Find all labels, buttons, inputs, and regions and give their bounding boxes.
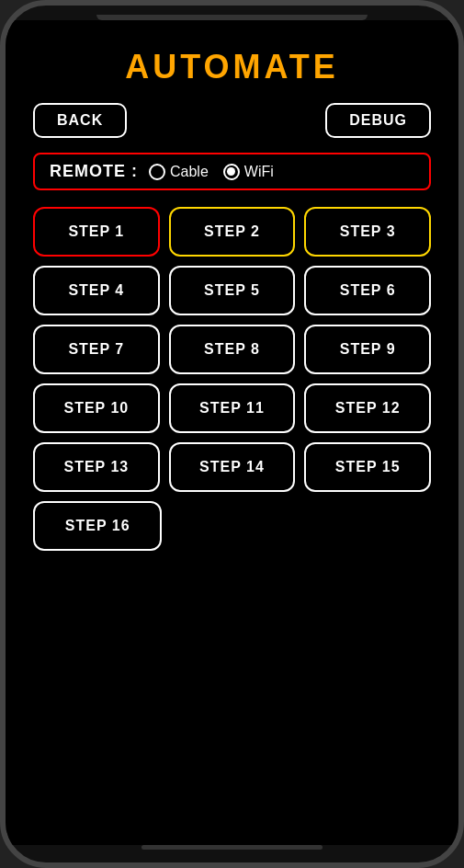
debug-button[interactable]: DEBUG xyxy=(325,103,431,138)
remote-label: REMOTE : xyxy=(50,162,138,181)
step-14-button[interactable]: STEP 14 xyxy=(169,442,296,492)
radio-cable[interactable]: Cable xyxy=(149,164,209,180)
step-6-button[interactable]: STEP 6 xyxy=(304,266,431,315)
step-9-button[interactable]: STEP 9 xyxy=(304,325,431,374)
step-3-button[interactable]: STEP 3 xyxy=(304,207,431,257)
back-button[interactable]: BACK xyxy=(33,103,127,138)
step-1-button[interactable]: STEP 1 xyxy=(33,207,160,257)
step-8-button[interactable]: STEP 8 xyxy=(169,325,296,374)
step-10-button[interactable]: STEP 10 xyxy=(33,383,160,433)
step-16-row: STEP 16 xyxy=(33,501,431,551)
radio-wifi-label: WiFi xyxy=(244,164,274,180)
step-4-button[interactable]: STEP 4 xyxy=(33,266,160,315)
radio-cable-label: Cable xyxy=(170,164,209,180)
app-title: AUTOMATE xyxy=(125,48,339,86)
step-13-button[interactable]: STEP 13 xyxy=(33,442,160,492)
steps-grid: STEP 1STEP 2STEP 3STEP 4STEP 5STEP 6STEP… xyxy=(33,207,431,492)
step-16-button[interactable]: STEP 16 xyxy=(33,501,162,551)
step-15-button[interactable]: STEP 15 xyxy=(304,442,431,492)
radio-wifi[interactable]: WiFi xyxy=(223,164,274,180)
phone-shell: AUTOMATE BACK DEBUG REMOTE : Cable WiFi xyxy=(0,0,464,868)
step-7-button[interactable]: STEP 7 xyxy=(33,325,160,374)
step-5-button[interactable]: STEP 5 xyxy=(169,266,296,315)
phone-screen: AUTOMATE BACK DEBUG REMOTE : Cable WiFi xyxy=(6,20,458,845)
phone-bottom-bar xyxy=(141,845,323,850)
step-11-button[interactable]: STEP 11 xyxy=(169,383,296,433)
radio-cable-circle xyxy=(149,164,165,180)
radio-wifi-circle xyxy=(223,164,240,180)
remote-bar: REMOTE : Cable WiFi xyxy=(33,153,431,190)
top-buttons-row: BACK DEBUG xyxy=(33,103,431,138)
radio-wifi-dot xyxy=(227,167,235,176)
step-2-button[interactable]: STEP 2 xyxy=(169,207,296,257)
radio-group: Cable WiFi xyxy=(149,164,274,180)
step-12-button[interactable]: STEP 12 xyxy=(304,383,431,433)
